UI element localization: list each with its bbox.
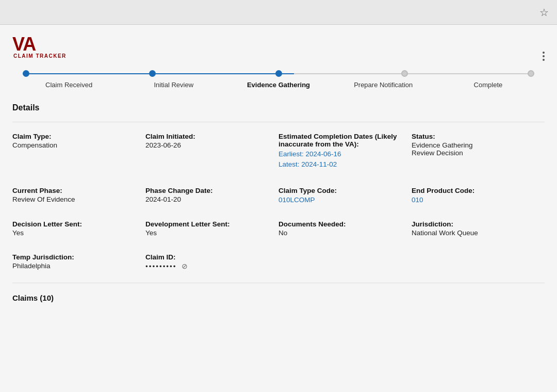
est-completion-label: Estimated Completion Dates (Likely inacc… [278,133,407,148]
claim-type-label: Claim Type: [12,133,141,140]
claim-id-label: Claim ID: [145,253,274,261]
claim-type-value: Compensation [12,141,141,149]
current-phase-value: Review Of Evidence [12,195,141,203]
current-phase-label: Current Phase: [12,187,141,194]
step-label-initial-review: Initial Review [121,81,226,89]
dot-container [23,70,534,77]
browser-bar: ☆ [0,0,557,25]
step-dot-1 [23,70,29,77]
claim-id-value: ••••••••• ⊘ [145,262,274,270]
step-dot-2 [149,70,156,77]
details-title: Details [12,103,545,112]
step-labels: Claim Received Initial Review Evidence G… [12,81,545,89]
end-product-code-value[interactable]: 010 [412,196,423,204]
empty-cell-2 [412,249,545,279]
claim-initiated-label: Claim Initiated: [145,133,274,140]
documents-needed-label: Documents Needed: [278,220,407,228]
documents-needed-cell: Documents Needed: No [278,216,412,245]
claim-id-cell: Claim ID: ••••••••• ⊘ [145,249,278,279]
temp-jurisdiction-label: Temp Jurisdiction: [12,253,141,261]
status-value-review: Review Decision [412,149,540,157]
step-dot-5 [528,70,534,77]
progress-dots-row [12,70,545,77]
details-row-4: Temp Jurisdiction: Philadelphia Claim ID… [12,249,545,279]
claim-type-code-label: Claim Type Code: [278,187,407,194]
jurisdiction-cell: Jurisdiction: National Work Queue [412,216,545,245]
empty-cell-1 [278,249,412,279]
step-label-complete: Complete [436,81,540,89]
end-product-code-cell: End Product Code: 010 [412,183,545,212]
details-row-2: Current Phase: Review Of Evidence Phase … [12,183,545,212]
current-phase-cell: Current Phase: Review Of Evidence [12,183,145,212]
details-row-1: Claim Type: Compensation Claim Initiated… [12,128,545,178]
claim-initiated-cell: Claim Initiated: 2023-06-26 [145,128,278,178]
est-completion-earliest: Earliest: 2024-06-16 [278,150,341,158]
development-letter-cell: Development Letter Sent: Yes [145,216,278,245]
details-row-3: Decision Letter Sent: Yes Development Le… [12,216,545,245]
step-label-claim-received: Claim Received [17,81,121,89]
status-value-evidence: Evidence Gathering [412,141,540,149]
claim-type-code-cell: Claim Type Code: 010LCOMP [278,183,412,212]
documents-needed-value: No [278,229,407,237]
phase-change-date-label: Phase Change Date: [145,187,274,194]
development-letter-value: Yes [145,229,274,237]
est-completion-latest: Latest: 2024-11-02 [278,160,337,168]
details-section: Details Claim Type: Compensation Claim I… [12,99,545,306]
temp-jurisdiction-value: Philadelphia [12,262,141,270]
jurisdiction-value: National Work Queue [412,229,540,237]
menu-button[interactable] [543,52,545,61]
va-header: VA CLAIM TRACKER [12,35,545,61]
progress-tracker: Claim Received Initial Review Evidence G… [12,70,545,89]
claim-id-reveal-icon[interactable]: ⊘ [182,263,188,270]
claims-footer: Claims (10) [12,293,545,302]
va-logo: VA [12,35,36,54]
status-cell: Status: Evidence Gathering Review Decisi… [412,128,545,178]
step-label-prepare-notification: Prepare Notification [331,81,436,89]
decision-letter-cell: Decision Letter Sent: Yes [12,216,145,245]
page-container: VA CLAIM TRACKER Claim Received Initial … [0,25,557,392]
bookmark-star-icon[interactable]: ☆ [539,6,549,19]
decision-letter-label: Decision Letter Sent: [12,220,141,228]
claim-id-masked: ••••••••• [145,263,177,270]
va-subtitle: CLAIM TRACKER [13,54,67,59]
est-completion-cell: Estimated Completion Dates (Likely inacc… [278,128,412,178]
section-divider-1 [12,122,545,122]
jurisdiction-label: Jurisdiction: [412,220,540,228]
step-dot-4 [401,70,408,77]
development-letter-label: Development Letter Sent: [145,220,274,228]
step-dot-3 [275,70,282,77]
status-label: Status: [412,133,540,140]
step-label-evidence-gathering: Evidence Gathering [226,81,331,89]
phase-change-date-value: 2024-01-20 [145,195,274,203]
phase-change-date-cell: Phase Change Date: 2024-01-20 [145,183,278,212]
claim-initiated-value: 2023-06-26 [145,141,274,149]
temp-jurisdiction-cell: Temp Jurisdiction: Philadelphia [12,249,145,279]
est-completion-value: Earliest: 2024-06-16 Latest: 2024-11-02 [278,149,407,170]
end-product-code-label: End Product Code: [412,187,540,194]
decision-letter-value: Yes [12,229,141,237]
section-divider-2 [12,283,545,283]
claim-type-code-value[interactable]: 010LCOMP [278,196,315,204]
claim-type-cell: Claim Type: Compensation [12,128,145,178]
